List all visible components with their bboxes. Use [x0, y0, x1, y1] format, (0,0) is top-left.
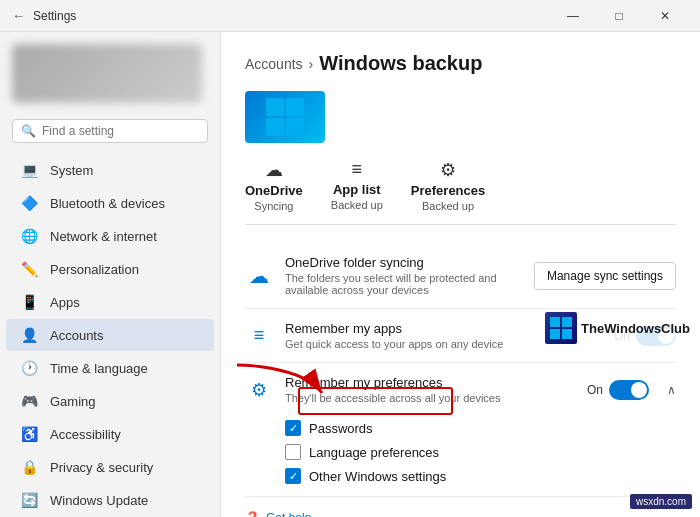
toggle-label-remember-prefs: On: [587, 383, 603, 397]
nav-container: 💻 System 🔷 Bluetooth & devices 🌐 Network…: [0, 153, 220, 517]
sidebar-item-gaming[interactable]: 🎮 Gaming: [6, 385, 214, 417]
setting-icon-onedrive-sync: ☁: [245, 264, 273, 288]
breadcrumb-current: Windows backup: [319, 52, 482, 75]
wsxdn-badge: wsxdn.com: [630, 494, 692, 509]
svg-rect-6: [562, 317, 572, 327]
nav-icon-network: 🌐: [20, 227, 38, 245]
windows-logo-svg: [265, 97, 305, 137]
setting-title-remember-prefs: Remember my preferences: [285, 375, 575, 390]
nav-icon-privacy: 🔒: [20, 458, 38, 476]
title-bar-left: ← Settings: [12, 8, 550, 23]
nav-icon-system: 💻: [20, 161, 38, 179]
help-icon: ❓: [245, 511, 260, 517]
tab-icon-applist: ≡: [352, 159, 363, 180]
breadcrumb-parent: Accounts: [245, 56, 303, 72]
expand-body-remember-prefs: Passwords Language preferences Other Win…: [245, 416, 676, 496]
nav-icon-personalization: ✏️: [20, 260, 38, 278]
nav-icon-accounts: 👤: [20, 326, 38, 344]
tab-onedrive[interactable]: ☁ OneDrive Syncing: [245, 159, 303, 212]
nav-label-privacy: Privacy & security: [50, 460, 153, 475]
svg-rect-5: [550, 317, 560, 327]
watermark-logo: [545, 312, 577, 344]
expand-chevron-remember-prefs: ∧: [667, 383, 676, 397]
nav-icon-bluetooth: 🔷: [20, 194, 38, 212]
title-bar-title: Settings: [33, 9, 76, 23]
tab-icon-preferences: ⚙: [440, 159, 456, 181]
nav-label-time: Time & language: [50, 361, 148, 376]
maximize-button[interactable]: □: [596, 0, 642, 32]
nav-label-accessibility: Accessibility: [50, 427, 121, 442]
toggle-container-remember-prefs: On: [587, 380, 649, 400]
nav-label-apps: Apps: [50, 295, 80, 310]
search-input[interactable]: [42, 124, 199, 138]
nav-icon-accessibility: ♿: [20, 425, 38, 443]
checkbox-language-prefs[interactable]: [285, 444, 301, 460]
svg-rect-8: [562, 329, 572, 339]
setting-icon-remember-prefs: ⚙: [245, 379, 273, 401]
sidebar-item-privacy[interactable]: 🔒 Privacy & security: [6, 451, 214, 483]
tab-sub-applist: Backed up: [331, 199, 383, 211]
checkbox-other-windows[interactable]: [285, 468, 301, 484]
windows-thumbnail: [245, 91, 325, 143]
sidebar-item-time[interactable]: 🕐 Time & language: [6, 352, 214, 384]
tab-label-applist: App list: [333, 182, 381, 197]
checkbox-label-passwords: Passwords: [309, 421, 373, 436]
setting-icon-remember-apps: ≡: [245, 325, 273, 346]
svg-rect-3: [286, 118, 304, 136]
tab-icon-onedrive: ☁: [265, 159, 283, 181]
get-help-label: Get help: [266, 511, 311, 517]
watermark: TheWindowsClub: [539, 310, 696, 346]
nav-icon-time: 🕐: [20, 359, 38, 377]
setting-desc-onedrive-sync: The folders you select will be protected…: [285, 272, 522, 296]
checkbox-row-language-prefs[interactable]: Language preferences: [285, 444, 676, 460]
expand-header-remember-prefs[interactable]: ⚙ Remember my preferences They'll be acc…: [245, 363, 676, 416]
svg-rect-1: [286, 98, 304, 116]
nav-icon-update: 🔄: [20, 491, 38, 509]
sidebar-item-network[interactable]: 🌐 Network & internet: [6, 220, 214, 252]
checkbox-label-other-windows: Other Windows settings: [309, 469, 446, 484]
tab-applist[interactable]: ≡ App list Backed up: [331, 159, 383, 212]
content-area: Accounts › Windows backup ☁ OneDrive Syn…: [220, 32, 700, 517]
tabs-row: ☁ OneDrive Syncing ≡ App list Backed up …: [245, 159, 676, 225]
svg-rect-2: [266, 118, 284, 136]
setting-row-onedrive-sync: ☁ OneDrive folder syncing The folders yo…: [245, 243, 676, 309]
settings-section: ☁ OneDrive folder syncing The folders yo…: [245, 243, 676, 497]
avatar: [12, 44, 202, 103]
breadcrumb-sep: ›: [309, 56, 314, 72]
sidebar-item-apps[interactable]: 📱 Apps: [6, 286, 214, 318]
setting-action-onedrive-sync: Manage sync settings: [534, 262, 676, 290]
sidebar-item-accessibility[interactable]: ♿ Accessibility: [6, 418, 214, 450]
nav-label-personalization: Personalization: [50, 262, 139, 277]
checkbox-row-passwords[interactable]: Passwords: [285, 420, 676, 436]
toggle-remember-prefs[interactable]: [609, 380, 649, 400]
nav-label-update: Windows Update: [50, 493, 148, 508]
title-bar: ← Settings — □ ✕: [0, 0, 700, 32]
tab-label-preferences: Preferences: [411, 183, 485, 198]
title-bar-controls: — □ ✕: [550, 0, 688, 32]
tab-preferences[interactable]: ⚙ Preferences Backed up: [411, 159, 485, 212]
manage-sync-button[interactable]: Manage sync settings: [534, 262, 676, 290]
minimize-button[interactable]: —: [550, 0, 596, 32]
search-box[interactable]: 🔍: [12, 119, 208, 143]
get-help-link[interactable]: ❓ Get help: [245, 511, 676, 517]
checkbox-row-other-windows[interactable]: Other Windows settings: [285, 468, 676, 484]
sidebar-item-bluetooth[interactable]: 🔷 Bluetooth & devices: [6, 187, 214, 219]
nav-label-gaming: Gaming: [50, 394, 96, 409]
checkbox-passwords[interactable]: [285, 420, 301, 436]
setting-text-remember-prefs: Remember my preferences They'll be acces…: [285, 375, 575, 404]
nav-label-bluetooth: Bluetooth & devices: [50, 196, 165, 211]
search-icon: 🔍: [21, 124, 36, 138]
close-button[interactable]: ✕: [642, 0, 688, 32]
sidebar-item-system[interactable]: 💻 System: [6, 154, 214, 186]
nav-label-system: System: [50, 163, 93, 178]
back-icon[interactable]: ←: [12, 8, 25, 23]
nav-icon-apps: 📱: [20, 293, 38, 311]
watermark-text: TheWindowsClub: [581, 321, 690, 336]
sidebar-item-personalization[interactable]: ✏️ Personalization: [6, 253, 214, 285]
sidebar-item-accounts[interactable]: 👤 Accounts: [6, 319, 214, 351]
app-body: 🔍 💻 System 🔷 Bluetooth & devices 🌐 Netwo…: [0, 32, 700, 517]
setting-title-onedrive-sync: OneDrive folder syncing: [285, 255, 522, 270]
sidebar-item-update[interactable]: 🔄 Windows Update: [6, 484, 214, 516]
sidebar: 🔍 💻 System 🔷 Bluetooth & devices 🌐 Netwo…: [0, 32, 220, 517]
tab-label-onedrive: OneDrive: [245, 183, 303, 198]
